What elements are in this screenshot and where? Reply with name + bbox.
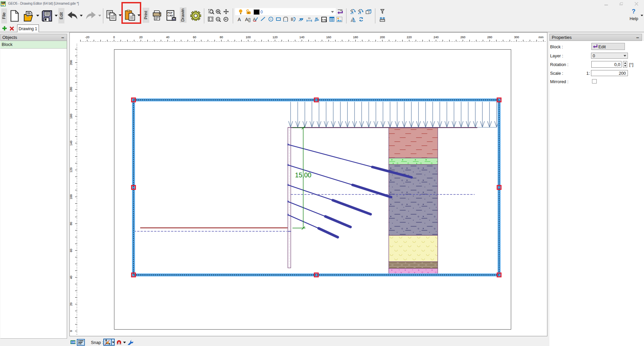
svg-text:20: 20 <box>69 302 73 306</box>
svg-text:200: 200 <box>69 60 73 65</box>
svg-text:B: B <box>291 17 293 22</box>
svg-text:120: 120 <box>272 36 277 39</box>
svg-text:0: 0 <box>113 36 115 39</box>
svg-text:160: 160 <box>69 114 73 119</box>
svg-text:100: 100 <box>246 36 251 39</box>
svg-text:280: 280 <box>487 36 492 39</box>
svg-text:200: 200 <box>380 36 385 39</box>
svg-text:140: 140 <box>69 140 73 146</box>
svg-text:60: 60 <box>193 36 196 39</box>
svg-text:40: 40 <box>166 36 169 39</box>
svg-text:A: A <box>253 17 256 21</box>
svg-text:260: 260 <box>460 36 465 39</box>
svg-text:180: 180 <box>69 87 73 92</box>
svg-text:40: 40 <box>69 276 73 279</box>
svg-text:CAD: CAD <box>167 14 173 17</box>
svg-text:160: 160 <box>326 36 331 39</box>
svg-text:240: 240 <box>433 36 438 39</box>
svg-text:CAD: CAD <box>322 19 327 21</box>
svg-text:CAD: CAD <box>71 341 75 343</box>
svg-text:11: 11 <box>308 17 311 20</box>
svg-text:mm: mm <box>539 36 544 39</box>
svg-text:220: 220 <box>407 36 412 39</box>
svg-text:120: 120 <box>69 167 73 172</box>
svg-text:300: 300 <box>514 36 519 39</box>
svg-text:15,00: 15,00 <box>295 171 312 179</box>
svg-text:-20: -20 <box>85 36 89 39</box>
svg-text:0: 0 <box>69 330 73 332</box>
svg-text:60: 60 <box>69 249 73 252</box>
svg-text:140: 140 <box>299 36 304 39</box>
svg-text:180: 180 <box>353 36 358 39</box>
svg-text:100: 100 <box>69 194 73 199</box>
svg-text:20: 20 <box>139 36 143 39</box>
svg-text:80: 80 <box>220 36 223 39</box>
svg-text:80: 80 <box>69 222 73 225</box>
